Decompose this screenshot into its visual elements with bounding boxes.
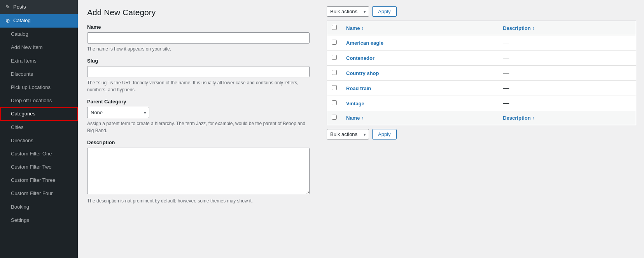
table-footer-row: Name ↕ Description ↕ [327, 111, 636, 125]
row-checkbox[interactable] [332, 40, 337, 45]
footer-checkbox-cell [327, 111, 342, 125]
footer-name-cell: Name ↕ [341, 111, 498, 125]
sidebar-item-booking[interactable]: Booking [0, 200, 78, 214]
parent-hint: Assign a parent term to create a hierarc… [87, 120, 310, 134]
main-content: Add New Category Name The name is how it… [78, 0, 644, 258]
name-hint: The name is how it appears on your site. [87, 45, 310, 52]
header-description-cell: Description ↕ [498, 21, 636, 35]
sidebar-item-extra-items[interactable]: Extra Items [0, 54, 78, 68]
sidebar-item-add-new-item[interactable]: Add New Item [0, 41, 78, 54]
row-checkbox-cell [327, 96, 342, 111]
parent-category-select[interactable]: None [87, 107, 149, 118]
row-checkbox[interactable] [332, 100, 337, 105]
header-name-cell: Name ↕ [341, 21, 498, 35]
row-description-cell: — [498, 51, 636, 66]
name-sort-link[interactable]: Name ↕ [346, 25, 494, 31]
description-group: Description The description is not promi… [87, 139, 310, 204]
description-hint: The description is not prominent by defa… [87, 197, 310, 204]
content-area: Add New Category Name The name is how it… [78, 0, 644, 258]
row-checkbox-cell [327, 66, 342, 81]
header-checkbox-cell [327, 21, 342, 35]
footer-name-sort-link[interactable]: Name ↕ [346, 115, 494, 121]
table-row: Country shop — [327, 66, 636, 81]
row-checkbox-cell [327, 35, 342, 51]
sidebar: ✎ Posts ⊕ Catalog Catalog Add New Item E… [0, 0, 78, 258]
slug-input[interactable] [87, 66, 310, 77]
name-sort-icon: ↕ [361, 26, 364, 30]
footer-name-sort-icon: ↕ [361, 115, 364, 120]
sidebar-item-custom-filter-four[interactable]: Custom Filter Four [0, 187, 78, 200]
table-panel: Bulk actions ▾ Apply Name [319, 0, 644, 258]
row-name-link[interactable]: Vintage [346, 101, 364, 106]
sidebar-item-posts[interactable]: ✎ Posts [0, 0, 78, 14]
sidebar-item-discounts[interactable]: Discounts [0, 68, 78, 81]
pencil-icon: ✎ [5, 3, 10, 11]
row-name-cell: Country shop [341, 66, 498, 81]
bottom-bulk-bar: Bulk actions ▾ Apply [327, 129, 636, 139]
row-name-cell: American eagle [341, 35, 498, 51]
table-row: American eagle — [327, 35, 636, 51]
top-bulk-actions-select[interactable]: Bulk actions [327, 6, 369, 17]
row-description-value: — [503, 100, 509, 106]
name-group: Name The name is how it appears on your … [87, 24, 310, 52]
row-checkbox[interactable] [332, 85, 337, 90]
row-name-link[interactable]: Country shop [346, 70, 379, 76]
description-sort-link[interactable]: Description ↕ [503, 25, 631, 31]
sidebar-item-catalog-header[interactable]: ⊕ Catalog [0, 14, 78, 28]
sidebar-item-settings[interactable]: Settings [0, 214, 78, 227]
footer-select-all-checkbox[interactable] [332, 115, 337, 120]
bottom-apply-button[interactable]: Apply [372, 129, 397, 139]
footer-description-sort-icon: ↕ [532, 115, 535, 120]
sidebar-item-pick-up-locations[interactable]: Pick up Locations [0, 81, 78, 94]
row-description-value: — [503, 85, 509, 91]
top-apply-button[interactable]: Apply [372, 6, 397, 17]
row-name-link[interactable]: American eagle [346, 40, 383, 46]
row-checkbox-cell [327, 81, 342, 96]
row-description-value: — [503, 70, 509, 76]
page-title: Add New Category [87, 8, 310, 17]
top-bulk-bar: Bulk actions ▾ Apply [327, 6, 636, 17]
table-row: Road train — [327, 81, 636, 96]
sidebar-item-drop-off-locations[interactable]: Drop off Locations [0, 94, 78, 107]
row-name-cell: Contenedor [341, 51, 498, 66]
bottom-bulk-select-wrapper: Bulk actions ▾ [327, 129, 369, 139]
top-bulk-select-wrapper: Bulk actions ▾ [327, 6, 369, 17]
slug-group: Slug The "slug" is the URL-friendly vers… [87, 58, 310, 93]
row-description-cell: — [498, 66, 636, 81]
description-sort-icon: ↕ [532, 26, 535, 30]
row-name-link[interactable]: Contenedor [346, 55, 374, 61]
parent-category-label: Parent Category [87, 99, 310, 105]
sidebar-item-cities[interactable]: Cities [0, 121, 78, 134]
row-name-link[interactable]: Road train [346, 85, 371, 91]
table-row: Vintage — [327, 96, 636, 111]
parent-category-select-wrapper: None ▾ [87, 107, 149, 118]
row-name-cell: Vintage [341, 96, 498, 111]
sidebar-item-custom-filter-one[interactable]: Custom Filter One [0, 147, 78, 160]
bottom-bulk-actions-select[interactable]: Bulk actions [327, 129, 369, 139]
slug-hint: The "slug" is the URL-friendly version o… [87, 79, 310, 93]
catalog-icon: ⊕ [5, 17, 10, 25]
row-description-value: — [503, 39, 509, 46]
categories-table: Name ↕ Description ↕ [327, 21, 636, 125]
sidebar-item-catalog[interactable]: Catalog [0, 28, 78, 41]
name-label: Name [87, 24, 310, 30]
row-checkbox-cell [327, 51, 342, 66]
sidebar-item-custom-filter-two[interactable]: Custom Filter Two [0, 160, 78, 174]
table-row: Contenedor — [327, 51, 636, 66]
sidebar-item-directions[interactable]: Directions [0, 134, 78, 147]
table-body: American eagle — Contenedor — Country sh… [327, 35, 636, 111]
row-description-cell: — [498, 81, 636, 96]
description-textarea[interactable] [87, 148, 310, 194]
row-description-cell: — [498, 35, 636, 51]
parent-category-group: Parent Category None ▾ Assign a parent t… [87, 99, 310, 134]
row-checkbox[interactable] [332, 55, 337, 60]
row-checkbox[interactable] [332, 70, 337, 75]
footer-description-sort-link[interactable]: Description ↕ [503, 115, 631, 121]
row-description-value: — [503, 54, 509, 61]
sidebar-item-categories[interactable]: Categories [0, 107, 78, 120]
name-input[interactable] [87, 32, 310, 44]
select-all-checkbox[interactable] [332, 25, 337, 30]
form-panel: Add New Category Name The name is how it… [78, 0, 319, 258]
footer-description-cell: Description ↕ [498, 111, 636, 125]
sidebar-item-custom-filter-three[interactable]: Custom Filter Three [0, 174, 78, 187]
